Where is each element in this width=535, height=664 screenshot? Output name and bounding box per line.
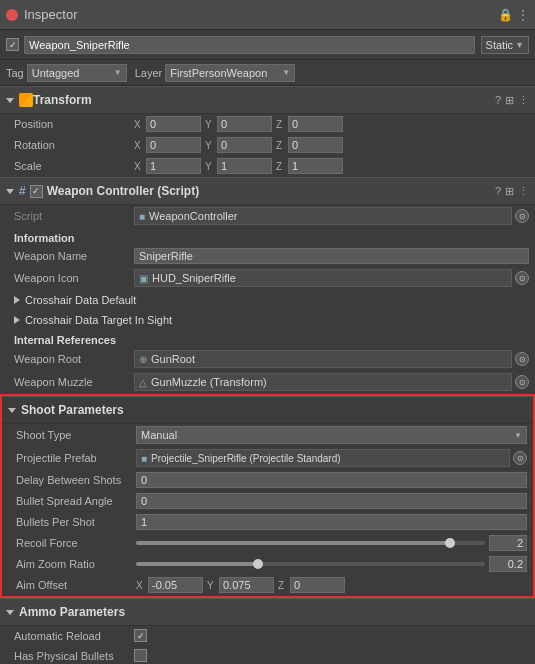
rotation-label: Rotation [14, 139, 134, 151]
zoom-slider-track[interactable] [136, 562, 485, 566]
scale-y-input[interactable] [217, 158, 272, 174]
aim-offset-y-input[interactable] [219, 577, 274, 593]
ammo-section-header[interactable]: Ammo Parameters [0, 598, 535, 626]
static-text: Static [486, 39, 514, 51]
weapon-name-input[interactable] [134, 248, 529, 264]
shoot-type-select[interactable]: Manual ▼ [136, 426, 527, 444]
zoom-value-input[interactable] [489, 556, 527, 572]
lock-icon[interactable]: 🔒 [498, 8, 513, 22]
static-label[interactable]: Static ▼ [481, 36, 529, 54]
transform-help-icon[interactable]: ? [495, 94, 501, 106]
scale-label: Scale [14, 160, 134, 172]
position-value: X Y Z [134, 116, 529, 132]
aim-offset-x-field: X [136, 577, 203, 593]
recoil-slider-area [136, 535, 527, 551]
bullet-spread-label: Bullet Spread Angle [16, 495, 136, 507]
auto-reload-checkbox[interactable] [134, 629, 147, 642]
zoom-slider-thumb[interactable] [253, 559, 263, 569]
position-y-input[interactable] [217, 116, 272, 132]
rx-letter: X [134, 140, 144, 151]
weapon-root-field: ⊕ GunRoot [134, 350, 512, 368]
scale-value: X Y Z [134, 158, 529, 174]
recoil-value-input[interactable] [489, 535, 527, 551]
transform-menu-icon[interactable]: ⋮ [518, 94, 529, 107]
scale-z-input[interactable] [288, 158, 343, 174]
projectile-row: Projectile Prefab ■ Projectile_SniperRif… [2, 447, 533, 470]
shoot-section-header[interactable]: Shoot Parameters [2, 396, 533, 424]
shoot-type-label: Shoot Type [16, 429, 136, 441]
shoot-title: Shoot Parameters [21, 403, 527, 417]
aim-offset-x-input[interactable] [148, 577, 203, 593]
position-z-field: Z [276, 116, 343, 132]
delay-value [136, 472, 527, 488]
transform-icon [19, 93, 33, 107]
script-value: WeaponController [149, 210, 237, 222]
ammo-collapse-arrow [6, 610, 14, 615]
rotation-x-input[interactable] [146, 137, 201, 153]
transform-section-header[interactable]: Transform ? ⊞ ⋮ [0, 86, 535, 114]
wc-enabled-checkbox[interactable] [30, 185, 43, 198]
wc-settings-icon[interactable]: ⊞ [505, 185, 514, 198]
wc-section-header[interactable]: # Weapon Controller (Script) ? ⊞ ⋮ [0, 177, 535, 205]
shoot-collapse-arrow [8, 408, 16, 413]
ao-y-letter: Y [207, 580, 217, 591]
crosshair-target-label: Crosshair Data Target In Sight [25, 314, 172, 326]
bullets-per-shot-label: Bullets Per Shot [16, 516, 136, 528]
zoom-ratio-row: Aim Zoom Ratio [2, 554, 533, 575]
ammo-title: Ammo Parameters [19, 605, 529, 619]
script-pick-btn[interactable]: ⊙ [515, 209, 529, 223]
bullets-per-shot-input[interactable] [136, 514, 527, 530]
position-y-field: Y [205, 116, 272, 132]
ao-x-letter: X [136, 580, 146, 591]
weapon-muzzle-pick-btn[interactable]: ⊙ [515, 375, 529, 389]
weapon-root-row: Weapon Root ⊕ GunRoot ⊙ [0, 348, 535, 371]
weapon-muzzle-field: △ GunMuzzle (Transform) [134, 373, 512, 391]
info-sublabel: Information [0, 228, 535, 246]
projectile-pick-btn[interactable]: ⊙ [513, 451, 527, 465]
position-z-input[interactable] [288, 116, 343, 132]
delay-input[interactable] [136, 472, 527, 488]
recoil-slider-thumb[interactable] [445, 538, 455, 548]
shoot-type-row: Shoot Type Manual ▼ [2, 424, 533, 447]
rotation-value: X Y Z [134, 137, 529, 153]
aim-offset-z-input[interactable] [290, 577, 345, 593]
sz-letter: Z [276, 161, 286, 172]
object-enabled-checkbox[interactable] [6, 38, 19, 51]
static-dropdown-arrow: ▼ [515, 40, 524, 50]
layer-dropdown[interactable]: FirstPersonWeapon ▼ [165, 64, 295, 82]
window-close-icon[interactable] [6, 9, 18, 21]
shoot-params-wrapper: Shoot Parameters Shoot Type Manual ▼ Pro… [0, 394, 535, 598]
crosshair-default-row[interactable]: Crosshair Data Default [0, 290, 535, 310]
script-ref-icon: ■ [139, 211, 145, 222]
scale-y-field: Y [205, 158, 272, 174]
phys-bullets-row: Has Physical Bullets [0, 646, 535, 664]
aim-offset-row: Aim Offset X Y Z [2, 575, 533, 596]
crosshair-target-row[interactable]: Crosshair Data Target In Sight [0, 310, 535, 330]
auto-reload-value [134, 629, 529, 642]
weapon-icon-pick-btn[interactable]: ⊙ [515, 271, 529, 285]
scale-x-field: X [134, 158, 201, 174]
more-icon[interactable]: ⋮ [517, 8, 529, 22]
weapon-root-value: GunRoot [151, 353, 195, 365]
bullet-spread-input[interactable] [136, 493, 527, 509]
position-x-input[interactable] [146, 116, 201, 132]
phys-bullets-checkbox[interactable] [134, 649, 147, 662]
title-bar: Inspector 🔒 ⋮ [0, 0, 535, 30]
recoil-slider-track[interactable] [136, 541, 485, 545]
weapon-icon-row: Weapon Icon ▣ HUD_SniperRifle ⊙ [0, 267, 535, 290]
tag-value: Untagged [32, 67, 80, 79]
aim-offset-z-field: Z [278, 577, 345, 593]
rotation-y-input[interactable] [217, 137, 272, 153]
wc-help-icon[interactable]: ? [495, 185, 501, 197]
scale-x-input[interactable] [146, 158, 201, 174]
wc-menu-icon[interactable]: ⋮ [518, 185, 529, 198]
zoom-ratio-label: Aim Zoom Ratio [16, 558, 136, 570]
rotation-z-input[interactable] [288, 137, 343, 153]
transform-settings-icon[interactable]: ⊞ [505, 94, 514, 107]
tag-dropdown[interactable]: Untagged ▼ [27, 64, 127, 82]
position-label: Position [14, 118, 134, 130]
object-name-input[interactable] [24, 36, 475, 54]
weapon-root-pick-btn[interactable]: ⊙ [515, 352, 529, 366]
wc-actions: ? ⊞ ⋮ [495, 185, 529, 198]
rotation-x-field: X [134, 137, 201, 153]
